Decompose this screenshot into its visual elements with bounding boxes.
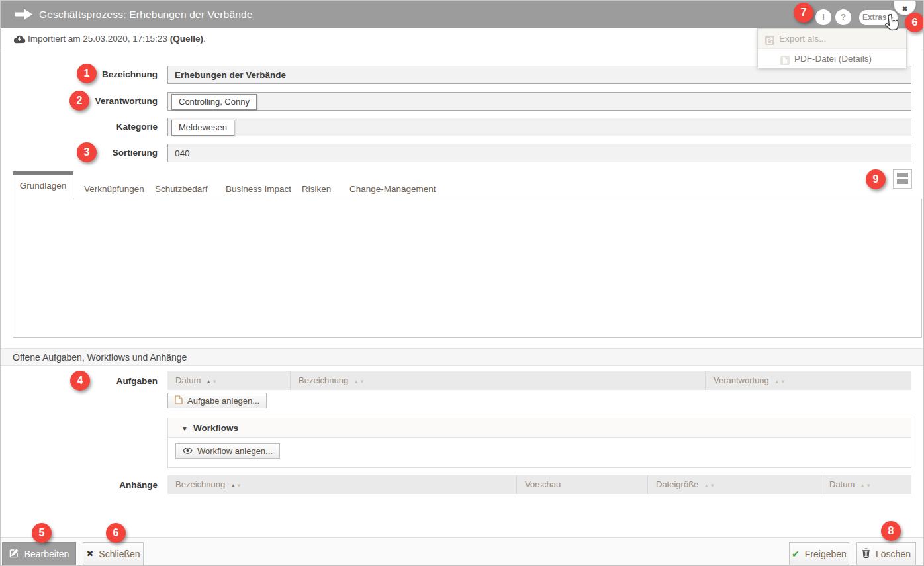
menu-item-export-als: Export als... [758,29,906,48]
sort-icons: ▲▼ [704,483,716,489]
annotation-badge-7: 7 [794,3,813,23]
tab-schutzbedarf[interactable]: Schutzbedarf [155,184,208,194]
bezeichnung-label: Bezeichnung [45,70,158,79]
extras-menu: Export als... PDF-Datei (Details) [757,28,907,68]
grundlagen-panel [13,199,922,338]
sort-icons: ▲▼ [353,379,365,385]
sort-asc-icon: ▲ [774,379,780,385]
column-header-dateigroesse[interactable]: Dateigröße▲▼ [648,475,821,494]
help-icon: ? [841,12,846,22]
kategorie-field[interactable]: Meldewesen [167,118,911,136]
aufgaben-table-header: Datum▲▼ Bezeichnung▲▼ Verantwortung▲▼ [167,371,911,390]
sort-desc-icon: ▼ [359,379,365,385]
sort-desc-icon: ▼ [780,379,786,385]
verantwortung-label: Verantwortung [45,96,158,106]
section-title: Offene Aufgaben, Workflows und Anhänge [13,352,187,363]
section-header-offene-aufgaben: Offene Aufgaben, Workflows und Anhänge [1,348,924,366]
workflows-collapse-header[interactable]: ▼Workflows [168,418,911,438]
list-view-toggle[interactable] [893,169,912,189]
edit-pencil-icon [9,548,19,560]
info-icon: i [822,12,825,22]
annotation-badge-3: 3 [77,142,97,162]
menu-item-label: PDF-Datei (Details) [794,54,872,64]
info-button[interactable]: i [815,9,831,25]
eye-icon [183,446,193,456]
geschaeftsprozess-dialog: Geschäftsprozess: Erhebungen der Verbänd… [0,0,924,566]
process-arrow-icon [15,9,32,23]
sort-icons: ▲▼ [774,379,786,385]
tab-change-management[interactable]: Change-Management [349,184,436,194]
column-header-datum[interactable]: Datum▲▼ [821,475,911,494]
schliessen-button[interactable]: ✖ Schließen [83,542,144,565]
title-bar: Geschäftsprozess: Erhebungen der Verbänd… [1,1,923,28]
sort-asc-icon: ▲ [704,483,710,489]
tab-verknuepfungen[interactable]: Verknüpfungen [84,184,144,194]
workflow-anlegen-button[interactable]: Workflow anlegen... [175,443,280,459]
annotation-badge-6-bottom: 6 [106,523,126,543]
sort-asc-icon: ▲ [860,483,866,489]
checkmark-icon: ✔ [792,549,800,559]
column-header-bezeichnung[interactable]: Bezeichnung▲▼ [291,371,706,390]
sort-icons: ▲▼ [860,483,872,489]
aufgaben-label: Aufgaben [45,376,158,386]
tab-business-impact[interactable]: Business Impact [226,184,291,194]
kategorie-chip[interactable]: Meldewesen [171,120,234,136]
help-button[interactable]: ? [835,9,851,25]
sort-icons: ▲▼ [206,379,218,385]
freigeben-button[interactable]: ✔ Freigeben [789,542,849,565]
verantwortung-field[interactable]: Controlling, Conny [167,92,911,111]
tab-risiken[interactable]: Risiken [302,184,331,194]
aufgabe-anlegen-button[interactable]: Aufgabe anlegen... [167,393,267,408]
column-header-vorschau: Vorschau [517,475,648,494]
annotation-badge-2: 2 [69,91,89,111]
bearbeiten-button[interactable]: Bearbeiten [2,542,76,565]
sort-icons: ▲▼ [230,483,242,489]
loeschen-button[interactable]: Löschen [856,542,916,565]
collapse-arrow-icon: ▼ [181,425,188,432]
annotation-badge-1: 1 [77,64,97,83]
sort-desc-icon: ▼ [710,483,716,489]
trash-icon [862,548,870,560]
list-icon [894,173,911,184]
sortierung-label: Sortierung [45,148,158,158]
sort-desc-icon: ▼ [866,483,872,489]
anhaenge-table-header: Bezeichnung▲▼ Vorschau Dateigröße▲▼ Datu… [167,475,911,494]
sort-asc-icon: ▲ [206,379,212,385]
pdf-file-icon [780,53,790,72]
sortierung-input[interactable] [167,144,911,162]
import-info-text: Importiert am 25.03.2020, 17:15:23 (Quel… [28,34,206,44]
close-x-icon: ✖ [86,549,93,559]
column-header-bezeichnung[interactable]: Bezeichnung▲▼ [167,475,517,494]
sort-desc-icon: ▼ [236,483,242,489]
page-title: Geschäftsprozess: Erhebungen der Verbänd… [39,9,253,21]
column-header-datum[interactable]: Datum▲▼ [167,371,291,390]
verantwortung-chip[interactable]: Controlling, Conny [171,94,257,110]
kategorie-label: Kategorie [45,122,158,132]
cloud-download-icon [13,34,26,46]
sort-asc-icon: ▲ [230,483,236,489]
sort-desc-icon: ▼ [212,379,218,385]
menu-item-pdf-details[interactable]: PDF-Datei (Details) [758,48,906,68]
menu-item-label: Export als... [779,34,826,44]
annotation-badge-5: 5 [32,523,52,543]
anhaenge-label: Anhänge [45,480,158,490]
close-icon: ✖ [894,5,915,13]
annotation-badge-4: 4 [70,371,90,391]
annotation-badge-8: 8 [881,521,901,541]
tab-grundlagen[interactable]: Grundlagen [13,171,73,199]
bezeichnung-input[interactable] [167,66,911,84]
new-document-icon [175,395,183,406]
hand-cursor-icon [883,13,901,36]
column-header-verantwortung[interactable]: Verantwortung▲▼ [706,371,911,390]
annotation-badge-9: 9 [866,169,886,189]
sort-asc-icon: ▲ [353,379,359,385]
annotation-badge-6-top: 6 [905,13,924,32]
